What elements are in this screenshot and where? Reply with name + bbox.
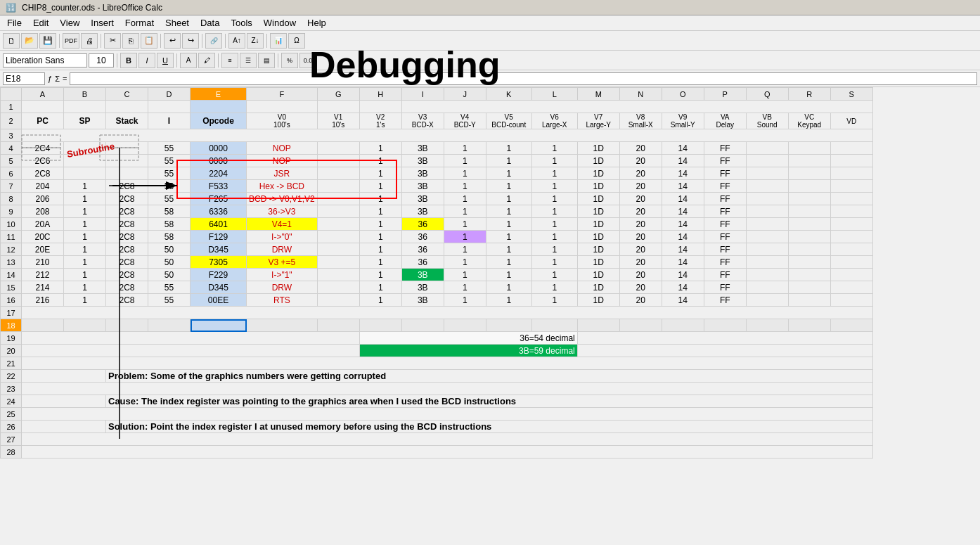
font-size-input[interactable] — [89, 53, 114, 68]
cell-p9[interactable]: FF — [704, 205, 746, 218]
cell-k15[interactable]: 1 — [486, 281, 531, 294]
cell-g2[interactable]: V110's — [317, 113, 359, 129]
cell-k13[interactable]: 1 — [486, 256, 531, 269]
col-header-r[interactable]: R — [788, 88, 830, 101]
cell-a9[interactable]: 208 — [22, 205, 64, 218]
cell-k5[interactable]: 1 — [486, 155, 531, 167]
cell-q14[interactable] — [746, 269, 788, 281]
cell-a10[interactable]: 20A — [22, 218, 64, 231]
undo-btn[interactable]: ↩ — [164, 33, 181, 49]
cell-a14[interactable]: 212 — [22, 269, 64, 281]
cell-q12[interactable] — [746, 243, 788, 256]
cell-q9[interactable] — [746, 205, 788, 218]
cell-a11[interactable]: 20C — [22, 231, 64, 243]
cell-h6[interactable]: 1 — [359, 167, 401, 180]
col-header-a[interactable]: A — [22, 88, 64, 101]
cell-i5[interactable]: 3B — [401, 155, 444, 167]
cell-e9[interactable]: 6336 — [191, 205, 247, 218]
menu-view[interactable]: View — [56, 16, 84, 30]
cell-m6[interactable]: 1D — [577, 167, 619, 180]
cell-e18[interactable] — [191, 319, 247, 332]
cell-e1[interactable] — [191, 101, 247, 113]
cell-o7[interactable]: 14 — [662, 180, 704, 193]
cell-l15[interactable]: 1 — [531, 281, 577, 294]
cell-d16[interactable]: 55 — [148, 294, 191, 307]
cell-c18[interactable] — [106, 319, 148, 332]
cell-d11[interactable]: 58 — [148, 231, 191, 243]
cell-q8[interactable] — [746, 193, 788, 205]
cell-p10[interactable]: FF — [704, 218, 746, 231]
cell-e13[interactable]: 7305 — [191, 256, 247, 269]
cell-s14[interactable] — [830, 269, 872, 281]
cell-i13[interactable]: 36 — [401, 256, 444, 269]
copy-btn[interactable]: ⎘ — [122, 33, 139, 49]
col-header-n[interactable]: N — [619, 88, 662, 101]
cell-c12[interactable]: 2C8 — [106, 243, 148, 256]
cell-r8[interactable] — [788, 193, 830, 205]
cell-q7[interactable] — [746, 180, 788, 193]
cell-h12[interactable]: 1 — [359, 243, 401, 256]
cell-m11[interactable]: 1D — [577, 231, 619, 243]
italic-btn[interactable]: I — [138, 53, 155, 68]
cell-r9[interactable] — [788, 205, 830, 218]
cell-d2[interactable]: I — [148, 113, 191, 129]
cell-l16[interactable]: 1 — [531, 294, 577, 307]
cell-m10[interactable]: 1D — [577, 218, 619, 231]
col-header-j[interactable]: J — [444, 88, 486, 101]
menu-insert[interactable]: Insert — [86, 16, 118, 30]
menu-file[interactable]: File — [3, 16, 26, 30]
cell-s8[interactable] — [830, 193, 872, 205]
cell-b2[interactable]: SP — [64, 113, 106, 129]
cell-g12[interactable] — [317, 243, 359, 256]
cell-c2[interactable]: Stack — [106, 113, 148, 129]
menu-format[interactable]: Format — [121, 16, 158, 30]
redo-btn[interactable]: ↪ — [182, 33, 199, 49]
cell-f16[interactable]: RTS — [247, 294, 318, 307]
cell-e5[interactable]: 0000 — [191, 155, 247, 167]
bold-btn[interactable]: B — [120, 53, 137, 68]
cell-c13[interactable]: 2C8 — [106, 256, 148, 269]
cell-a16[interactable]: 216 — [22, 294, 64, 307]
cell-c10[interactable]: 2C8 — [106, 218, 148, 231]
cell-d7[interactable]: 55 — [148, 180, 191, 193]
cell-h8[interactable]: 1 — [359, 193, 401, 205]
cell-c9[interactable]: 2C8 — [106, 205, 148, 218]
cell-p11[interactable]: FF — [704, 231, 746, 243]
col-header-f[interactable]: F — [247, 88, 318, 101]
cell-g13[interactable] — [317, 256, 359, 269]
paste-btn[interactable]: 📋 — [141, 33, 157, 49]
cell-c14[interactable]: 2C8 — [106, 269, 148, 281]
cell-a26[interactable] — [22, 421, 106, 433]
cell-g18[interactable] — [317, 319, 359, 332]
cell-o6[interactable]: 14 — [662, 167, 704, 180]
cell-g6[interactable] — [317, 167, 359, 180]
row-header-8[interactable]: 8 — [1, 193, 22, 205]
align-left-btn[interactable]: ≡ — [221, 53, 238, 68]
cell-s13[interactable] — [830, 256, 872, 269]
cell-k14[interactable]: 1 — [486, 269, 531, 281]
cell-c24[interactable]: Cause: The index register was pointing t… — [106, 395, 873, 408]
cell-n7[interactable]: 20 — [619, 180, 662, 193]
cell-p16[interactable]: FF — [704, 294, 746, 307]
cell-k12[interactable]: 1 — [486, 243, 531, 256]
cell-p7[interactable]: FF — [704, 180, 746, 193]
menu-sheet[interactable]: Sheet — [161, 16, 193, 30]
cell-m16[interactable]: 1D — [577, 294, 619, 307]
col-header-d[interactable]: D — [148, 88, 191, 101]
cell-q18[interactable] — [746, 319, 788, 332]
col-header-g[interactable]: G — [317, 88, 359, 101]
cell-a2[interactable]: PC — [22, 113, 64, 129]
cell-row25[interactable] — [22, 408, 873, 421]
row-header-7[interactable]: 7 — [1, 180, 22, 193]
cell-e11[interactable]: F129 — [191, 231, 247, 243]
cell-r15[interactable] — [788, 281, 830, 294]
cell-b4[interactable] — [64, 142, 106, 155]
cell-m12[interactable]: 1D — [577, 243, 619, 256]
pdf-btn[interactable]: PDF — [63, 33, 79, 49]
cell-m7[interactable]: 1D — [577, 180, 619, 193]
cell-o15[interactable]: 14 — [662, 281, 704, 294]
cell-j7[interactable]: 1 — [444, 180, 486, 193]
cell-k8[interactable]: 1 — [486, 193, 531, 205]
cell-s15[interactable] — [830, 281, 872, 294]
cell-s5[interactable] — [830, 155, 872, 167]
